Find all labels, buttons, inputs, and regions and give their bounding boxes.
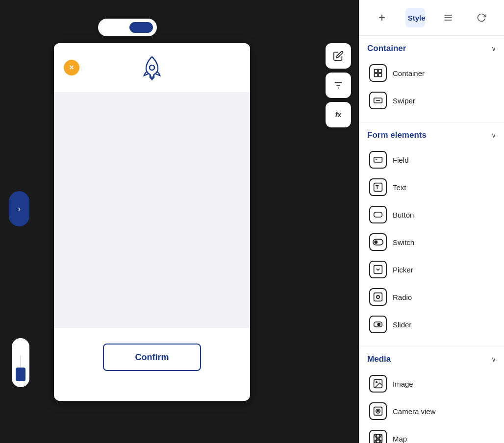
field-icon bbox=[369, 151, 387, 169]
formula-icon: fx bbox=[335, 111, 341, 119]
svg-rect-30 bbox=[374, 407, 382, 416]
chevron-right-icon: › bbox=[18, 204, 21, 214]
svg-rect-9 bbox=[375, 70, 378, 73]
radio-label: Radio bbox=[393, 293, 412, 301]
picker-icon bbox=[369, 261, 387, 278]
svg-point-21 bbox=[374, 241, 378, 244]
top-toggle[interactable] bbox=[98, 19, 157, 36]
svg-point-0 bbox=[150, 65, 154, 70]
list-item[interactable]: Slider bbox=[367, 311, 496, 338]
list-item[interactable]: Camera view bbox=[367, 397, 496, 425]
switch-icon bbox=[369, 233, 387, 251]
list-item[interactable]: Image bbox=[367, 370, 496, 397]
map-label: Map bbox=[393, 435, 407, 443]
plus-icon bbox=[377, 13, 387, 23]
svg-point-29 bbox=[376, 382, 378, 383]
container-icon bbox=[369, 64, 387, 82]
camera-label: Camera view bbox=[393, 407, 436, 416]
container-label: Container bbox=[393, 69, 425, 77]
style-tab-label: Style bbox=[408, 14, 426, 22]
form-section-header[interactable]: Form elements ∨ bbox=[367, 130, 496, 140]
confirm-button[interactable]: Confirm bbox=[103, 344, 201, 371]
tab-style[interactable]: Style bbox=[405, 8, 425, 27]
list-item[interactable]: Switch bbox=[367, 228, 496, 256]
svg-rect-19 bbox=[374, 212, 382, 217]
form-chevron-icon: ∨ bbox=[491, 131, 496, 139]
svg-rect-15 bbox=[374, 157, 382, 162]
close-button[interactable]: × bbox=[64, 60, 79, 75]
image-icon bbox=[369, 375, 387, 393]
list-item[interactable]: Button bbox=[367, 201, 496, 228]
canvas-body bbox=[54, 93, 250, 328]
right-toolbar: fx bbox=[326, 43, 357, 127]
svg-rect-12 bbox=[378, 74, 382, 77]
radio-icon bbox=[369, 288, 387, 306]
svg-rect-22 bbox=[374, 266, 382, 274]
media-chevron-icon: ∨ bbox=[491, 355, 496, 363]
right-panel: Style Container ∨ bbox=[359, 0, 504, 443]
canvas-header: × bbox=[54, 43, 250, 93]
text-icon: T bbox=[369, 178, 387, 196]
switch-label: Switch bbox=[393, 238, 414, 246]
list-item[interactable]: Field bbox=[367, 146, 496, 173]
left-scroll-indicator[interactable] bbox=[12, 338, 29, 387]
tab-add[interactable] bbox=[372, 8, 392, 27]
picker-label: Picker bbox=[393, 266, 413, 274]
list-item[interactable]: Map bbox=[367, 425, 496, 443]
edit-icon bbox=[333, 50, 344, 61]
container-section-title: Container bbox=[367, 44, 406, 53]
edit-toolbar-button[interactable] bbox=[326, 43, 351, 69]
svg-point-27 bbox=[377, 323, 380, 326]
toggle-pill bbox=[129, 22, 153, 33]
button-icon bbox=[369, 206, 387, 223]
panel-header: Style bbox=[359, 0, 504, 36]
list-item[interactable]: Picker bbox=[367, 256, 496, 283]
canvas-footer: Confirm bbox=[54, 328, 250, 387]
svg-rect-10 bbox=[378, 70, 382, 73]
section-media: Media ∨ Image bbox=[359, 346, 504, 443]
logo-icon bbox=[137, 53, 167, 82]
left-arrow-button[interactable]: › bbox=[9, 191, 29, 226]
text-label: Text bbox=[393, 183, 406, 192]
media-section-header[interactable]: Media ∨ bbox=[367, 354, 496, 364]
button-label: Button bbox=[393, 211, 414, 219]
filter-toolbar-button[interactable] bbox=[326, 73, 351, 98]
swiper-icon bbox=[369, 92, 387, 109]
svg-point-32 bbox=[377, 410, 378, 412]
list-item[interactable]: Radio bbox=[367, 283, 496, 311]
svg-point-31 bbox=[376, 409, 380, 413]
formula-toolbar-button[interactable]: fx bbox=[326, 102, 351, 127]
filter-icon bbox=[333, 80, 344, 91]
list-item[interactable]: Swiper bbox=[367, 87, 496, 114]
image-label: Image bbox=[393, 380, 413, 388]
container-section-header[interactable]: Container ∨ bbox=[367, 44, 496, 53]
container-chevron-icon: ∨ bbox=[491, 45, 496, 52]
svg-text:T: T bbox=[376, 184, 379, 190]
slider-label: Slider bbox=[393, 320, 411, 329]
svg-rect-11 bbox=[375, 74, 378, 77]
form-section-title: Form elements bbox=[367, 130, 427, 140]
list-icon bbox=[443, 13, 453, 23]
list-item[interactable]: T Text bbox=[367, 173, 496, 201]
camera-icon bbox=[369, 402, 387, 420]
refresh-icon bbox=[477, 13, 486, 23]
list-item[interactable]: Container bbox=[367, 59, 496, 87]
canvas-area: × Confirm bbox=[54, 43, 250, 401]
tab-refresh[interactable] bbox=[472, 8, 491, 27]
close-icon: × bbox=[69, 63, 74, 72]
workspace: › × Confirm bbox=[0, 0, 504, 443]
field-label: Field bbox=[393, 156, 409, 164]
section-form-elements: Form elements ∨ Field T bbox=[359, 123, 504, 346]
slider-icon bbox=[369, 316, 387, 333]
scroll-handle bbox=[16, 368, 25, 381]
confirm-label: Confirm bbox=[135, 352, 169, 363]
map-icon bbox=[369, 430, 387, 443]
section-container: Container ∨ Container bbox=[359, 36, 504, 123]
svg-point-25 bbox=[378, 296, 379, 298]
media-section-title: Media bbox=[367, 354, 391, 364]
swiper-label: Swiper bbox=[393, 97, 415, 105]
tab-list[interactable] bbox=[438, 8, 458, 27]
